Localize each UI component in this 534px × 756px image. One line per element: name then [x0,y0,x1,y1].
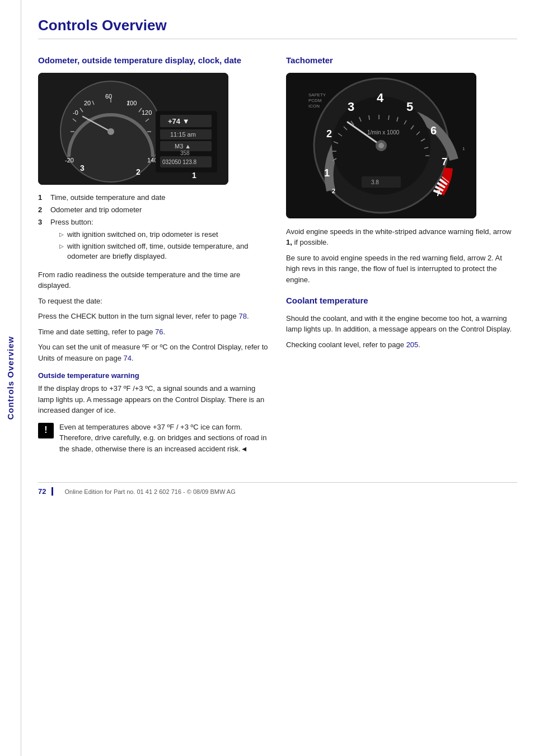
triangle-icon-2: ▷ [59,242,64,262]
warning-box: ! Even at temperatures above +37 ºF / +3… [38,422,269,455]
svg-text:-0: -0 [73,109,78,116]
svg-text:PCDM: PCDM [308,98,322,103]
svg-text:2: 2 [326,128,332,139]
svg-text:1: 1 [324,167,330,179]
odometer-section-heading: Odometer, outside temperature display, c… [38,55,269,66]
list-num-3: 3 [38,217,46,264]
body-text-4: Time and date setting, refer to page 76. [38,326,269,338]
main-content: Controls Overview Odometer, outside temp… [21,0,534,512]
triangle-icon-1: ▷ [59,231,64,240]
svg-text:60: 60 [105,93,112,100]
tachometer-heading: Tachometer [286,55,517,66]
svg-text:6: 6 [430,124,437,137]
svg-text:3.8: 3.8 [371,179,379,185]
list-num-1: 1 [38,193,46,203]
svg-text:1: 1 [192,171,196,180]
list-num-2: 2 [38,205,46,215]
body-text-5: You can set the unit of measure ºF or ºC… [38,342,269,363]
svg-text:20: 20 [84,100,91,106]
page-ref-76: 76 [155,328,163,336]
svg-point-64 [378,143,384,148]
warning-text: Even at temperatures above +37 ºF / +3 º… [59,422,269,455]
warning-icon: ! [38,423,54,438]
svg-text:3: 3 [348,100,354,114]
list-item-1: 1 Time, outside temperature and date [38,193,269,203]
coolant-body-1: Should the coolant, and with it the engi… [286,313,517,335]
col-left: Odometer, outside temperature display, c… [38,55,269,460]
svg-rect-65 [362,176,401,188]
svg-text:2: 2 [136,167,140,176]
svg-text:100: 100 [127,100,137,106]
svg-text:032050  123.8: 032050 123.8 [162,159,197,165]
svg-text:1/min x 1000: 1/min x 1000 [367,129,400,136]
svg-text:+74 ▼: +74 ▼ [168,117,190,125]
coolant-temp-heading: Coolant temperature [286,295,517,306]
list-item-2: 2 Odometer and trip odometer [38,205,269,215]
numbered-list: 1 Time, outside temperature and date 2 O… [38,193,269,264]
svg-text:3: 3 [80,164,85,172]
sidebar: Controls Overview [0,0,21,756]
tachometer-body-1: Avoid engine speeds in the white-striped… [286,226,517,248]
svg-text:4: 4 [377,91,384,105]
svg-text:SAFETY: SAFETY [308,92,326,97]
sub-item-2: ▷ with ignition switched off, time, outs… [50,241,269,262]
svg-point-19 [107,128,114,135]
tachometer-body-2: Be sure to avoid engine speeds in the re… [286,253,517,286]
page-title: Controls Overview [38,17,517,39]
odometer-image: -20 -0 20 60 100 120 140 +74 ▼ [38,73,228,185]
page-ref-205: 205 [406,340,419,349]
page-number: 72 [38,487,53,496]
svg-text:7: 7 [436,189,441,198]
outside-temp-warning-heading: Outside temperature warning [38,371,269,380]
footer-text: Online Edition for Part no. 01 41 2 602 … [64,488,235,495]
svg-text:2: 2 [332,188,335,194]
page-ref-74: 74 [123,354,131,362]
two-col-layout: Odometer, outside temperature display, c… [38,55,517,460]
body-text-1: From radio readiness the outside tempera… [38,269,269,291]
svg-text:120: 120 [142,109,152,116]
outside-temp-warning-body: If the display drops to +37 ºF /+3 ºC, a… [38,383,269,416]
sidebar-label: Controls Overview [6,336,15,420]
body-text-2: To request the date: [38,296,269,307]
svg-text:5: 5 [406,100,413,114]
svg-line-52 [369,115,369,120]
svg-text:11:15 am: 11:15 am [170,131,196,138]
svg-line-54 [388,115,389,120]
list-item-3: 3 Press button: ▷ with ignition switched… [38,217,269,264]
col-right: Tachometer 1 [286,55,517,460]
coolant-body-2: Checking coolant level, refer to page 20… [286,339,517,351]
page-ref-78: 78 [238,312,246,320]
svg-text:M3 ▲: M3 ▲ [175,143,191,150]
body-text-3: Press the CHECK button in the turn signa… [38,311,269,322]
svg-text:7: 7 [442,156,447,167]
svg-text:1: 1 [462,146,465,151]
svg-text:ICON: ICON [308,104,320,109]
svg-text:-20: -20 [65,157,74,164]
tachometer-image: 1 2 3 4 5 6 7 7 1/min x 1000 [286,73,476,218]
svg-text:358: 358 [180,150,190,156]
sub-list: ▷ with ignition switched on, trip odomet… [50,230,269,262]
page-footer: 72 Online Edition for Part no. 01 41 2 6… [38,482,517,496]
sub-item-1: ▷ with ignition switched on, trip odomet… [50,230,269,240]
